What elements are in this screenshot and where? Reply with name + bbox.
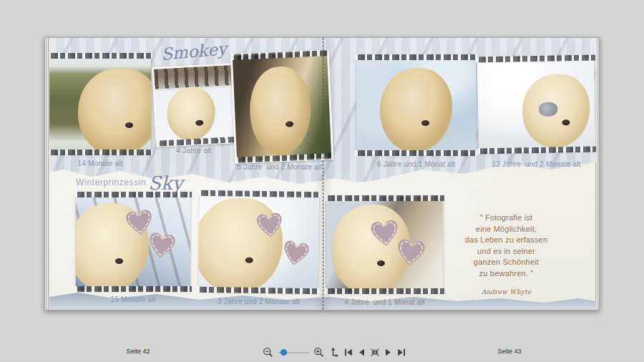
next-page-icon (385, 348, 392, 356)
filmstrip-edge (325, 288, 444, 294)
photo-image (233, 52, 331, 162)
gray-bow (539, 102, 557, 117)
photo-image (198, 192, 319, 293)
next-page-button[interactable] (384, 348, 393, 357)
photo-caption[interactable]: 12 Jahre und 2 Monate alt (478, 160, 595, 168)
filmstrip-edge (49, 53, 152, 59)
filmstrip-edge (355, 54, 477, 60)
previous-page-icon (358, 348, 365, 356)
photo-image (76, 193, 190, 290)
filmstrip-edge (325, 195, 444, 201)
book-spread: Smokey WinterprinzessinSky 14 Monate alt… (44, 37, 600, 310)
photo-caption[interactable]: 4 Jahre und 1 Monat alt (326, 298, 443, 306)
quote-line: das Leben zu erfassen (447, 235, 565, 246)
bottom-toolbar: Seite 42 Seite 43 (0, 343, 644, 362)
right-page-number: Seite 43 (488, 348, 531, 355)
photo-image (356, 56, 476, 155)
photo-caption[interactable]: 6 Jahre und 1 Monat alt (356, 160, 476, 168)
heart-sticker[interactable] (253, 209, 286, 240)
quote-line: " Fotografie ist (447, 212, 565, 224)
fit-height-icon (329, 347, 339, 358)
heart-sticker[interactable] (144, 228, 180, 261)
filmstrip-edge (197, 287, 319, 294)
photo-sky-3-jahre[interactable] (198, 192, 319, 293)
photo-smokey-4-jahre[interactable] (152, 63, 238, 147)
zoom-out-icon (263, 347, 273, 358)
first-page-icon (344, 348, 353, 356)
photo-caption[interactable]: 14 Monate alt (49, 160, 151, 167)
photo-caption[interactable]: 5 Jahre und 2 Monate alt (230, 163, 330, 171)
fit-spread-button[interactable] (369, 347, 381, 358)
photo-image (326, 197, 443, 293)
photo-image (477, 57, 595, 153)
heart-sticker[interactable] (392, 235, 429, 270)
quote-line: eine Möglichkeit, (447, 224, 565, 235)
zoom-in-button[interactable] (313, 346, 325, 358)
photo-image (154, 65, 235, 145)
zoom-out-button[interactable] (262, 346, 274, 358)
photo-caption[interactable]: 3 Jahre und 2 Monate alt (199, 298, 318, 305)
fit-height-button[interactable] (328, 346, 340, 358)
photo-smokey-14-monate[interactable] (49, 54, 151, 154)
last-page-button[interactable] (396, 348, 406, 357)
photo-image (49, 54, 151, 154)
view-controls (262, 346, 406, 358)
fit-spread-icon (370, 348, 380, 357)
left-page-number: Seite 42 (117, 348, 160, 355)
filmstrip-edge (49, 150, 152, 155)
page-title-sky[interactable]: WinterprinzessinSky (76, 172, 233, 194)
zoom-slider[interactable] (278, 348, 309, 357)
quote-author: Andrew Whyte (447, 287, 565, 298)
filmstrip-edge (74, 286, 192, 292)
heart-sticker[interactable] (278, 236, 313, 270)
quote-line: zu bewahren. " (447, 268, 565, 280)
quote-text-block[interactable]: " Fotografie ist eine Möglichkeit, das L… (447, 212, 565, 298)
last-page-icon (397, 348, 406, 356)
photo-sky-4-jahre[interactable] (326, 197, 443, 293)
quote-line: ganzen Schönheit (447, 257, 565, 268)
application-canvas: Smokey WinterprinzessinSky 14 Monate alt… (0, 0, 644, 362)
center-fold-line (323, 38, 323, 310)
filmstrip-edge (355, 150, 477, 156)
photo-smokey-6-jahre[interactable] (356, 56, 476, 155)
zoom-in-icon (313, 347, 324, 358)
zoom-slider-thumb[interactable] (280, 349, 287, 356)
photo-smokey-5-jahre[interactable] (230, 49, 334, 164)
first-page-button[interactable] (343, 348, 353, 357)
photo-caption[interactable]: 15 Monate alt (76, 295, 190, 303)
title-sky-name: Sky (148, 172, 182, 194)
quote-line: und es in seiner (447, 246, 565, 258)
photo-sky-15-monate[interactable] (76, 193, 190, 290)
spread-pages: Smokey WinterprinzessinSky 14 Monate alt… (49, 38, 596, 310)
previous-page-button[interactable] (357, 348, 366, 357)
photo-smokey-12-jahre[interactable] (477, 57, 595, 153)
photo-caption[interactable]: 4 Jahre alt (154, 147, 234, 155)
title-sky-prefix: Winterprinzessin (76, 177, 146, 187)
